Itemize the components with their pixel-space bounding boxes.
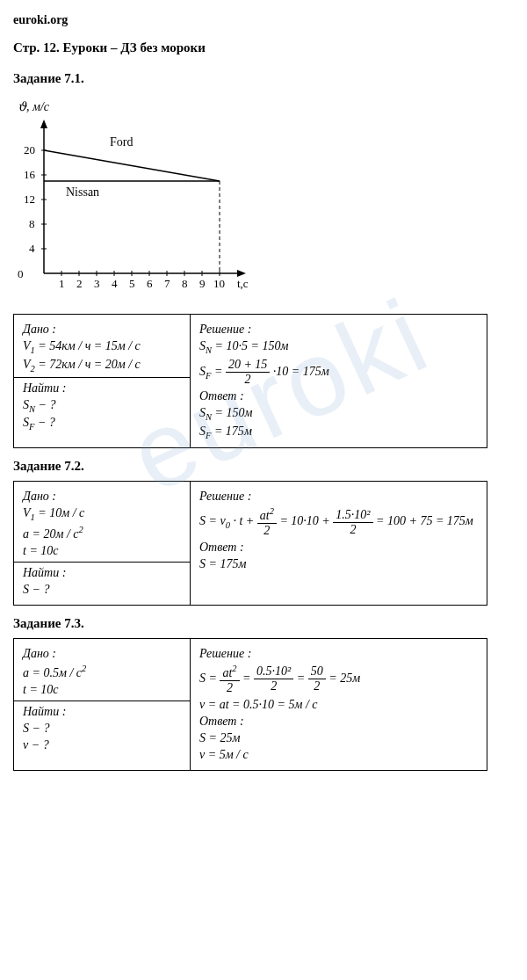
solution-label: Решение : bbox=[199, 323, 478, 337]
sol-sf: SF = 20 + 152 ·10 = 175м bbox=[199, 358, 478, 387]
solution-cell: Решение : S = at22 = 0.5·10²2 = 502 = 25… bbox=[191, 638, 487, 770]
answer-label: Ответ : bbox=[199, 715, 478, 729]
given-a: a = 0.5м / с2 bbox=[23, 664, 181, 680]
given-cell: Дано : a = 0.5м / с2 t = 10c Найти : S −… bbox=[14, 638, 191, 770]
given-v1: V1 = 54км / ч = 15м / с bbox=[23, 339, 181, 355]
svg-text:4: 4 bbox=[29, 242, 35, 255]
svg-text:3: 3 bbox=[94, 277, 100, 290]
task-73-solution-table: Дано : a = 0.5м / с2 t = 10c Найти : S −… bbox=[13, 638, 487, 771]
given-a: a = 20м / с2 bbox=[23, 525, 181, 541]
find-label: Найти : bbox=[23, 381, 181, 396]
svg-text:9: 9 bbox=[199, 277, 206, 290]
answer-label: Ответ : bbox=[199, 389, 478, 403]
svg-line-36 bbox=[44, 150, 220, 181]
series-nissan-label: Nissan bbox=[66, 185, 99, 199]
given-t: t = 10c bbox=[23, 683, 181, 697]
svg-marker-1 bbox=[40, 120, 47, 128]
given-cell: Дано : V1 = 54км / ч = 15м / с V2 = 72км… bbox=[14, 315, 191, 448]
svg-text:7: 7 bbox=[164, 277, 170, 290]
given-v1: V1 = 10м / с bbox=[23, 506, 181, 522]
ans-s: S = 25м bbox=[199, 731, 478, 745]
svg-text:1: 1 bbox=[59, 277, 65, 290]
find-label: Найти : bbox=[23, 566, 181, 580]
sol-sn: SN = 10·5 = 150м bbox=[199, 339, 478, 355]
svg-text:10: 10 bbox=[213, 277, 225, 290]
find-sf: SF − ? bbox=[23, 416, 181, 432]
sol-s: S = v0 · t + at22 = 10·10 + 1.5·10²2 = 1… bbox=[199, 506, 478, 538]
given-v2: V2 = 72км / ч = 20м / с bbox=[23, 358, 181, 374]
given-t: t = 10c bbox=[23, 544, 181, 558]
find-sn: SN − ? bbox=[23, 398, 181, 414]
svg-text:t,с: t,с bbox=[237, 277, 249, 290]
ans-sn: SN = 150м bbox=[199, 406, 478, 422]
series-ford-label: Ford bbox=[110, 135, 133, 149]
sol-v: v = at = 0.5·10 = 5м / с bbox=[199, 698, 478, 712]
velocity-chart: ϑ, м/с 4 8 12 16 20 1 2 3 4 5 6 7 8 9 10… bbox=[13, 98, 268, 300]
sol-s: S = at22 = 0.5·10²2 = 502 = 25м bbox=[199, 664, 478, 695]
solution-cell: Решение : SN = 10·5 = 150м SF = 20 + 152… bbox=[191, 315, 487, 448]
svg-text:0: 0 bbox=[18, 267, 24, 280]
given-label: Дано : bbox=[23, 647, 181, 661]
ans-v: v = 5м / с bbox=[199, 748, 478, 762]
answer-label: Ответ : bbox=[199, 541, 478, 555]
svg-text:5: 5 bbox=[129, 277, 135, 290]
task-73-title: Задание 7.3. bbox=[13, 616, 514, 631]
given-label: Дано : bbox=[23, 323, 181, 337]
y-axis-label: ϑ, м/с bbox=[18, 100, 50, 113]
page-title: Стр. 12. Еуроки – ДЗ без мороки bbox=[13, 40, 514, 55]
find-s: S − ? bbox=[23, 722, 181, 736]
site-header: euroki.org bbox=[13, 13, 514, 27]
given-label: Дано : bbox=[23, 490, 181, 504]
svg-text:8: 8 bbox=[29, 217, 35, 230]
svg-text:6: 6 bbox=[147, 277, 153, 290]
task-71-title: Задание 7.1. bbox=[13, 71, 514, 86]
task-71-solution-table: Дано : V1 = 54км / ч = 15м / с V2 = 72км… bbox=[13, 314, 487, 448]
svg-text:20: 20 bbox=[24, 143, 35, 156]
svg-text:16: 16 bbox=[24, 168, 36, 181]
solution-label: Решение : bbox=[199, 490, 478, 504]
find-s: S − ? bbox=[23, 583, 181, 597]
solution-label: Решение : bbox=[199, 647, 478, 661]
solution-cell: Решение : S = v0 · t + at22 = 10·10 + 1.… bbox=[191, 482, 487, 605]
find-v: v − ? bbox=[23, 738, 181, 752]
task-72-solution-table: Дано : V1 = 10м / с a = 20м / с2 t = 10c… bbox=[13, 481, 487, 605]
find-label: Найти : bbox=[23, 705, 181, 719]
svg-text:12: 12 bbox=[24, 192, 35, 206]
svg-text:2: 2 bbox=[76, 277, 83, 290]
svg-marker-3 bbox=[237, 270, 246, 277]
task-72-title: Задание 7.2. bbox=[13, 459, 514, 474]
ans-sf: SF = 175м bbox=[199, 425, 478, 440]
svg-text:4: 4 bbox=[112, 277, 118, 290]
svg-text:8: 8 bbox=[182, 277, 188, 290]
given-cell: Дано : V1 = 10м / с a = 20м / с2 t = 10c… bbox=[14, 482, 191, 605]
ans-s: S = 175м bbox=[199, 557, 478, 571]
